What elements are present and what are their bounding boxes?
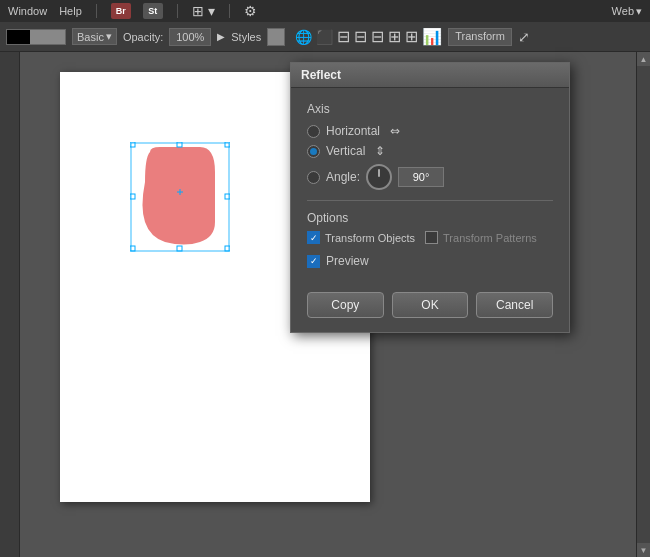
brush-dropdown[interactable]: Basic ▾ (72, 28, 117, 45)
options-section: Options Transform Objects Transform Patt… (307, 211, 553, 244)
transform-patterns-item: Transform Patterns (425, 231, 537, 244)
transform-objects-item: Transform Objects (307, 231, 415, 244)
swirl-icon[interactable]: ⚙ (244, 3, 257, 19)
checkbox-row: Transform Objects Transform Patterns (307, 231, 553, 244)
vertical-label: Vertical (326, 144, 365, 158)
right-scrollbar[interactable]: ▲ ▼ (636, 52, 650, 557)
color-swatch[interactable] (6, 29, 66, 45)
vertical-radio-row: Vertical ⇕ (307, 144, 553, 158)
left-panel (0, 52, 20, 557)
transform-patterns-checkbox[interactable] (425, 231, 438, 244)
scroll-up-arrow[interactable]: ▲ (637, 52, 651, 66)
transform-objects-checkbox[interactable] (307, 231, 320, 244)
shape-icon[interactable]: ⬛ (316, 29, 333, 45)
dialog-divider (307, 200, 553, 201)
ok-button[interactable]: OK (392, 292, 469, 318)
dialog-titlebar: Reflect (291, 63, 569, 88)
angle-label: Angle: (326, 170, 360, 184)
chart-icon[interactable]: 📊 (422, 27, 442, 46)
vertical-radio[interactable] (307, 145, 320, 158)
axis-label: Axis (307, 102, 553, 116)
scroll-down-arrow[interactable]: ▼ (637, 543, 651, 557)
main-area: ▲ ▼ Reflect Axis Horizontal ⇔ (0, 52, 650, 557)
copy-button[interactable]: Copy (307, 292, 384, 318)
bridge-icon[interactable]: Br (111, 3, 131, 19)
preview-row: ✓ Preview (307, 254, 553, 268)
globe-icon[interactable]: 🌐 (295, 29, 312, 45)
svg-rect-7 (177, 246, 182, 251)
transform-patterns-label: Transform Patterns (443, 232, 537, 244)
angle-dial[interactable] (366, 164, 392, 190)
dialog-title: Reflect (301, 68, 341, 82)
preview-label: Preview (326, 254, 369, 268)
align-left-icon[interactable]: ⊟ (337, 27, 350, 46)
transform-button[interactable]: Transform (448, 28, 512, 46)
preview-checkbox[interactable]: ✓ (307, 255, 320, 268)
stock-icon[interactable]: St (143, 3, 163, 19)
horizontal-label: Horizontal (326, 124, 380, 138)
angle-radio-row: Angle: (307, 164, 553, 190)
web-dropdown[interactable]: Web ▾ (612, 5, 642, 18)
style-swatch[interactable] (267, 28, 285, 46)
opacity-label: Opacity: (123, 31, 163, 43)
align-right-icon[interactable]: ⊟ (371, 27, 384, 46)
vertical-icon: ⇕ (375, 144, 385, 158)
dialog-body: Axis Horizontal ⇔ Vertical ⇕ Angle: (291, 88, 569, 282)
menu-separator-3 (229, 4, 230, 18)
dialog-buttons: Copy OK Cancel (291, 282, 569, 332)
cancel-button[interactable]: Cancel (476, 292, 553, 318)
distribute2-icon[interactable]: ⊞ (405, 27, 418, 46)
toolbar-icons: 🌐 ⬛ ⊟ ⊟ ⊟ ⊞ ⊞ 📊 (295, 27, 442, 46)
horizontal-radio[interactable] (307, 125, 320, 138)
styles-label: Styles (231, 31, 261, 43)
expand-icon[interactable]: ⤢ (518, 29, 530, 45)
reflect-dialog: Reflect Axis Horizontal ⇔ Vertical ⇕ (290, 62, 570, 333)
opacity-chevron[interactable]: ▶ (217, 31, 225, 42)
menu-separator-1 (96, 4, 97, 18)
menu-separator-2 (177, 4, 178, 18)
angle-input[interactable] (398, 167, 444, 187)
scroll-track[interactable] (637, 66, 650, 543)
menu-window[interactable]: Window (8, 5, 47, 17)
align-center-icon[interactable]: ⊟ (354, 27, 367, 46)
transform-objects-label: Transform Objects (325, 232, 415, 244)
menu-bar: Window Help Br St ⊞ ▾ ⚙ Web ▾ (0, 0, 650, 22)
toolbar: Basic ▾ Opacity: ▶ Styles 🌐 ⬛ ⊟ ⊟ ⊟ ⊞ ⊞ … (0, 22, 650, 52)
layout-icon[interactable]: ⊞ ▾ (192, 3, 215, 19)
horizontal-radio-row: Horizontal ⇔ (307, 124, 553, 138)
menu-help[interactable]: Help (59, 5, 82, 17)
horizontal-icon: ⇔ (390, 124, 400, 138)
angle-radio[interactable] (307, 171, 320, 184)
distribute-icon[interactable]: ⊞ (388, 27, 401, 46)
opacity-input[interactable] (169, 28, 211, 46)
options-label: Options (307, 211, 553, 225)
shape-object[interactable] (130, 142, 230, 252)
